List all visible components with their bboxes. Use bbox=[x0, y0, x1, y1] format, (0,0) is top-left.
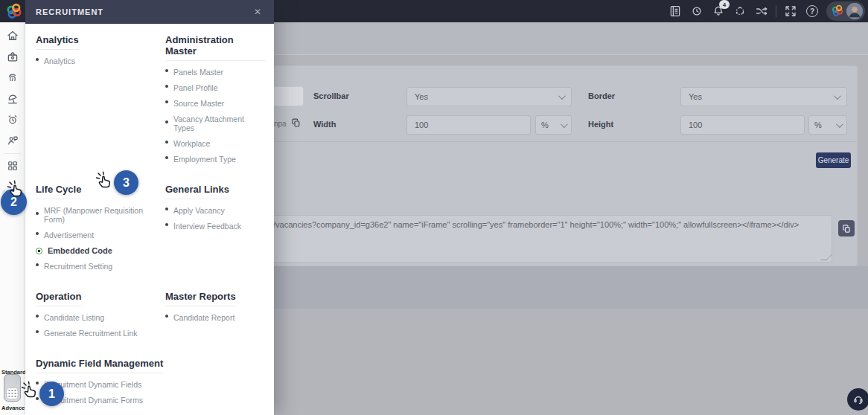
mode-toggle-switch[interactable] bbox=[4, 374, 21, 402]
alarm-clock-icon[interactable] bbox=[6, 113, 19, 126]
menu-item[interactable]: Source Master bbox=[165, 99, 267, 108]
bullet-icon bbox=[165, 141, 168, 144]
section-heading: Dynamic Field Management bbox=[36, 358, 163, 373]
width-input[interactable] bbox=[406, 115, 531, 135]
close-icon[interactable]: ✕ bbox=[250, 4, 265, 19]
bullet-icon bbox=[36, 330, 39, 333]
menu-item[interactable]: Embedded Code bbox=[36, 246, 161, 255]
menu-item-label: Advertisement bbox=[44, 231, 94, 239]
menu-item-label: Apply Vacancy bbox=[173, 206, 225, 215]
menu-item-label: Employment Type bbox=[173, 155, 236, 164]
help-glyph: ? bbox=[806, 5, 818, 17]
menu-item[interactable]: Panels Master bbox=[165, 68, 267, 77]
menu-item[interactable]: Candidate Listing bbox=[36, 313, 161, 322]
section-items: Recruitment Dynamic FieldsRecruitment Dy… bbox=[36, 380, 267, 405]
bullet-icon bbox=[36, 232, 39, 235]
profile-menu[interactable] bbox=[826, 1, 865, 21]
bullet-icon bbox=[165, 223, 168, 226]
brand-logo-icon bbox=[831, 4, 844, 18]
section-heading: Administration Master bbox=[165, 34, 267, 61]
menu-item[interactable]: Analytics bbox=[36, 57, 161, 65]
menu-item[interactable]: Vacancy Attachment Types bbox=[165, 115, 267, 132]
bullet-icon bbox=[165, 85, 168, 88]
menu-item[interactable]: Candidate Report bbox=[165, 313, 267, 322]
menu-item[interactable]: Workplace bbox=[165, 139, 267, 148]
help-icon[interactable]: ? bbox=[805, 4, 820, 19]
mode-toggle-knob[interactable] bbox=[6, 387, 19, 399]
section-general-links: General Links Apply VacancyInterview Fee… bbox=[165, 184, 267, 277]
bullet-icon bbox=[36, 58, 39, 61]
scrollbar-label: Scrollbar bbox=[313, 91, 349, 100]
support-headset-button[interactable] bbox=[847, 388, 868, 411]
bullet-icon bbox=[165, 120, 168, 123]
click-cursor-icon bbox=[5, 180, 25, 202]
menu-item-label: Recruitment Setting bbox=[44, 262, 112, 271]
scrollbar-select[interactable]: Yes bbox=[406, 87, 572, 106]
bullet-icon bbox=[36, 315, 39, 318]
copy-embed-code-button[interactable] bbox=[838, 220, 855, 237]
menu-item-label: Interview Feedback bbox=[173, 222, 241, 231]
notifications-icon[interactable]: 4 bbox=[711, 4, 726, 19]
step-badge-3: 3 bbox=[114, 170, 138, 195]
panel-title: RECRUITMENT bbox=[36, 7, 103, 16]
shuffle-icon[interactable] bbox=[754, 4, 769, 19]
menu-item[interactable]: Apply Vacancy bbox=[165, 206, 267, 215]
fingerprint-icon[interactable] bbox=[6, 71, 19, 85]
menu-item[interactable]: Generate Recruitment Link bbox=[36, 329, 161, 338]
click-cursor-icon bbox=[94, 171, 113, 193]
advance-label: Advance bbox=[1, 405, 25, 411]
leave-umbrella-icon[interactable] bbox=[6, 92, 19, 106]
border-value: Yes bbox=[689, 92, 702, 101]
app-logo-icon[interactable] bbox=[4, 2, 24, 21]
height-label: Height bbox=[588, 120, 613, 129]
border-label: Border bbox=[588, 91, 615, 100]
home-icon[interactable] bbox=[6, 29, 19, 42]
section-life-cycle: Life Cycle MRF (Manpower Requisition For… bbox=[36, 184, 161, 277]
sidebar: Standard Advance bbox=[0, 22, 25, 415]
section-heading: Life Cycle bbox=[36, 184, 81, 199]
section-items: Candidate Report bbox=[165, 313, 267, 322]
menu-item[interactable]: Recruitment Dynamic Forms bbox=[36, 396, 267, 405]
fullscreen-icon[interactable] bbox=[783, 4, 798, 19]
helpdesk-person-icon[interactable] bbox=[6, 134, 19, 147]
scrollbar-value: Yes bbox=[415, 92, 428, 101]
menu-item-label: Panels Master bbox=[173, 68, 223, 77]
step-badge-1: 1 bbox=[39, 382, 64, 406]
section-items: Candidate ListingGenerate Recruitment Li… bbox=[36, 313, 161, 338]
menu-item[interactable]: Employment Type bbox=[165, 155, 267, 164]
menu-item-label: Generate Recruitment Link bbox=[44, 329, 137, 338]
section-heading: Operation bbox=[36, 291, 81, 306]
bullet-icon bbox=[36, 263, 39, 266]
menu-item-label: Candidate Report bbox=[173, 313, 234, 322]
generate-button[interactable]: Generate bbox=[816, 152, 851, 168]
partial-link-text: npa bbox=[274, 120, 287, 128]
sidebar-divider bbox=[4, 153, 21, 154]
width-unit-select[interactable]: % bbox=[535, 115, 572, 135]
width-label: Width bbox=[313, 120, 336, 129]
menu-item[interactable]: Interview Feedback bbox=[165, 222, 267, 231]
bullet-icon bbox=[165, 156, 168, 159]
height-unit-select[interactable]: % bbox=[808, 115, 847, 135]
time-icon[interactable] bbox=[689, 4, 704, 19]
height-unit-value: % bbox=[814, 120, 822, 129]
menu-item[interactable]: Advertisement bbox=[36, 231, 161, 239]
bullet-icon bbox=[36, 248, 42, 254]
menu-item[interactable]: Panel Profile bbox=[165, 83, 267, 92]
menu-item-label: Candidate Listing bbox=[44, 313, 104, 322]
copy-link-icon[interactable] bbox=[291, 118, 301, 128]
width-unit-value: % bbox=[541, 120, 549, 129]
height-input[interactable] bbox=[680, 115, 805, 135]
menu-item[interactable]: Recruitment Setting bbox=[36, 262, 161, 271]
organization-icon[interactable] bbox=[6, 51, 19, 64]
connections-icon[interactable] bbox=[733, 4, 747, 19]
avatar[interactable] bbox=[846, 3, 863, 19]
menu-item[interactable]: MRF (Manpower Requisition Form) bbox=[36, 206, 161, 224]
menu-item[interactable]: Recruitment Dynamic Fields bbox=[36, 380, 267, 389]
embed-code-textarea[interactable]: /vacancies?company_id=g36e2" name="iFram… bbox=[265, 215, 832, 263]
topbar-divider bbox=[776, 5, 776, 17]
menu-item-label: Source Master bbox=[173, 99, 224, 108]
apps-grid-icon[interactable] bbox=[6, 159, 19, 173]
border-select[interactable]: Yes bbox=[680, 87, 847, 106]
section-analytics: Analytics Analytics bbox=[36, 34, 161, 170]
directory-icon[interactable] bbox=[668, 4, 683, 19]
